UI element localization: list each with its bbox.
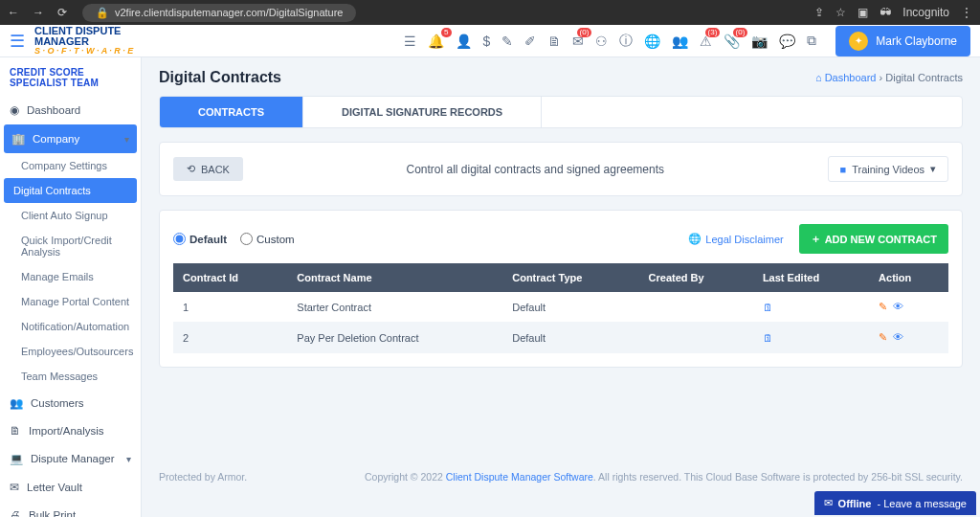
add-new-contract-button[interactable]: ＋ADD NEW CONTRACT (799, 224, 948, 254)
clip-icon[interactable]: 📎(0) (724, 34, 740, 49)
url-text: v2fire.clientdisputemanager.com/DigitalS… (115, 7, 343, 18)
plus-icon: ＋ (811, 232, 821, 246)
user-menu[interactable]: ✦ Mark Clayborne (835, 26, 970, 56)
edit-icon[interactable]: ✎ (879, 331, 887, 344)
col-name: Contract Name (287, 263, 502, 292)
pen-icon[interactable]: ✎ (501, 34, 513, 49)
sub-manage-portal[interactable]: Manage Portal Content (0, 289, 141, 314)
sub-digital-contracts[interactable]: Digital Contracts (4, 178, 137, 203)
sub-manage-emails[interactable]: Manage Emails (0, 264, 141, 289)
sub-notification[interactable]: Notification/Automation (0, 314, 141, 339)
col-edited: Last Edited (753, 263, 869, 292)
radio-default[interactable]: Default (173, 233, 227, 245)
footer: Protected by Armor. Copyright © 2022 Cli… (159, 467, 963, 486)
address-bar[interactable]: 🔒 v2fire.clientdisputemanager.com/Digita… (82, 4, 356, 22)
lock-icon: 🔒 (96, 7, 109, 19)
home-icon: ⌂ (815, 72, 822, 83)
file-icon: 🗎 (10, 425, 21, 437)
edit-icon[interactable]: ✐ (524, 34, 536, 49)
view-icon[interactable]: 👁 (893, 331, 903, 344)
info-icon[interactable]: ⓘ (619, 33, 633, 50)
view-mode-radio: Default Custom (173, 233, 295, 245)
view-icon[interactable]: 👁 (893, 301, 903, 313)
back-button[interactable]: ⟲BACK (173, 157, 243, 181)
hamburger-icon[interactable]: ☰ (10, 31, 25, 52)
brand-logo[interactable]: CLIENT DISPUTEMANAGER S · O · F · T · W … (34, 26, 133, 56)
users-icon: 👥 (10, 396, 23, 410)
sub-team-messages[interactable]: Team Messages (0, 364, 141, 389)
tab-contracts[interactable]: CONTRACTS (160, 97, 303, 127)
camera-icon[interactable]: 📷 (751, 34, 768, 49)
video-icon: ■ (840, 164, 847, 175)
tabs: CONTRACTS DIGITAL SIGNATURE RECORDS (159, 96, 963, 128)
star-icon[interactable]: ☆ (835, 6, 846, 19)
chevron-down-icon: ▾ (126, 454, 131, 464)
legal-disclaimer-link[interactable]: 🌐Legal Disclaimer (688, 233, 783, 245)
toolbar-card: ⟲BACK Control all digital contracts and … (159, 142, 963, 196)
footer-right: Copyright © 2022 Client Dispute Manager … (365, 471, 963, 483)
building-icon: 🏢 (11, 132, 25, 146)
copy-icon[interactable]: ⧉ (807, 33, 816, 49)
footer-left: Protected by Armor. (159, 471, 247, 483)
back-icon[interactable]: ← (8, 6, 19, 19)
sidebar-item-bulk[interactable]: 🖨Bulk Print (0, 502, 141, 517)
sidebar-item-dashboard[interactable]: ◉Dashboard (0, 96, 141, 124)
footer-link[interactable]: Client Dispute Manager Software (446, 471, 593, 483)
print-icon: 🖨 (10, 509, 21, 517)
sidebar-item-customers[interactable]: 👥Customers (0, 389, 141, 417)
incognito-icon: 🕶 (880, 6, 891, 19)
page-title: Digital Contracts (159, 69, 281, 86)
col-id: Contract Id (173, 263, 287, 292)
mail-icon[interactable]: ✉(0) (572, 34, 584, 49)
training-videos-button[interactable]: ■Training Videos▾ (828, 156, 948, 182)
chat-widget[interactable]: ✉ Offline - Leave a message (814, 491, 976, 515)
gauge-icon: ◉ (10, 103, 19, 117)
sidebar-item-company[interactable]: 🏢Company▾ (4, 124, 137, 153)
menu-icon[interactable]: ⋮ (961, 6, 972, 19)
col-type: Contract Type (502, 263, 638, 292)
contracts-card: Default Custom 🌐Legal Disclaimer ＋ADD NE… (159, 210, 963, 368)
globe-icon[interactable]: 🌐 (644, 34, 660, 49)
list-icon[interactable]: ☰ (404, 34, 416, 49)
globe-icon: 🌐 (688, 233, 702, 245)
reload-icon[interactable]: ⟳ (57, 6, 67, 19)
sitemap-icon[interactable]: ⚇ (595, 34, 608, 49)
forward-icon[interactable]: → (33, 6, 44, 19)
chat-icon[interactable]: 💬 (779, 34, 795, 49)
mail-icon: ✉ (824, 497, 833, 509)
doc-icon[interactable]: 🗎 (547, 34, 561, 49)
sidebar-item-dispute[interactable]: 💻Dispute Manager▾ (0, 444, 141, 473)
col-action: Action (869, 263, 948, 292)
sub-quick-import[interactable]: Quick Import/Credit Analysis (0, 228, 141, 264)
share-icon[interactable]: ⇪ (814, 6, 824, 19)
warn-icon[interactable]: ⚠(3) (700, 34, 712, 49)
table-row: 2 Pay Per Deletion Contract Default 🗓 ✎👁 (173, 323, 948, 353)
envelope-icon: ✉ (10, 481, 19, 494)
sidebar-item-letter[interactable]: ✉Letter Vault (0, 473, 141, 502)
app-header: ☰ CLIENT DISPUTEMANAGER S · O · F · T · … (0, 25, 980, 57)
team-name[interactable]: CREDIT SCORE SPECIALIST TEAM (0, 57, 141, 96)
dollar-icon[interactable]: $ (483, 34, 491, 49)
sub-company-settings[interactable]: Company Settings (0, 153, 141, 178)
tab-signature-records[interactable]: DIGITAL SIGNATURE RECORDS (303, 97, 542, 127)
calendar-icon[interactable]: 🗓 (763, 302, 773, 313)
sidebar: CREDIT SCORE SPECIALIST TEAM ◉Dashboard … (0, 57, 142, 517)
calendar-icon[interactable]: 🗓 (763, 332, 773, 344)
user-icon[interactable]: 👤 (456, 34, 472, 49)
breadcrumb: ⌂ Dashboard › Digital Contracts (815, 72, 963, 83)
edit-icon[interactable]: ✎ (879, 301, 887, 313)
group-icon[interactable]: 👥 (672, 34, 688, 49)
crumb-dashboard[interactable]: Dashboard (825, 72, 877, 83)
crumb-current: Digital Contracts (885, 72, 963, 83)
radio-custom[interactable]: Custom (240, 233, 295, 245)
table-row: 1 Starter Contract Default 🗓 ✎👁 (173, 292, 948, 323)
sub-client-auto-signup[interactable]: Client Auto Signup (0, 203, 141, 228)
chevron-down-icon: ▾ (124, 134, 129, 145)
extension-icon[interactable]: ▣ (858, 6, 868, 19)
sub-employees[interactable]: Employees/Outsourcers (0, 339, 141, 364)
sidebar-item-import[interactable]: 🗎Import/Analysis (0, 417, 141, 444)
avatar: ✦ (849, 32, 868, 51)
bell-icon[interactable]: 🔔5 (428, 34, 444, 49)
user-name: Mark Clayborne (876, 34, 957, 48)
col-created: Created By (639, 263, 753, 292)
